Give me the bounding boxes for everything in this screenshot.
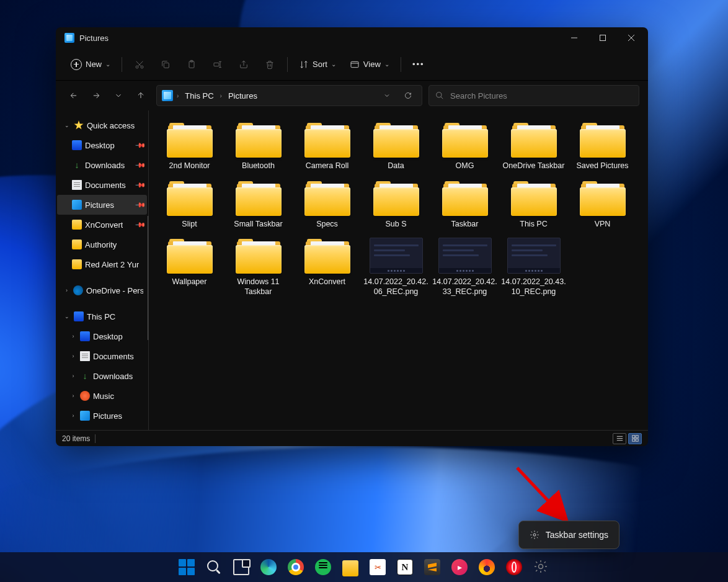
delete-button[interactable] <box>257 53 282 76</box>
task-view-button[interactable] <box>228 554 254 580</box>
folder-item[interactable]: XnConvert <box>293 235 362 300</box>
recent-button[interactable] <box>109 86 128 105</box>
folder-item[interactable]: Sub S <box>362 177 430 233</box>
sidebar-tp-documents[interactable]: › Documents <box>57 346 147 366</box>
sidebar-documents[interactable]: Documents 📌 <box>57 175 147 195</box>
item-label: Slipt <box>182 220 197 230</box>
share-button[interactable] <box>231 53 256 76</box>
address-dropdown-button[interactable] <box>378 87 396 104</box>
sidebar-this-pc[interactable]: ⌄ This PC <box>57 307 147 326</box>
search-input[interactable] <box>450 91 633 101</box>
thumbnails-view-button[interactable] <box>628 433 642 444</box>
address-bar[interactable]: › This PC › Pictures <box>156 85 422 106</box>
sidebar-tp-downloads[interactable]: › Downloads <box>57 366 147 386</box>
folder-item[interactable]: Data <box>362 119 430 175</box>
close-button[interactable] <box>617 27 646 48</box>
folder-icon <box>304 238 350 274</box>
item-count: 20 items <box>62 434 90 443</box>
taskbar-opera[interactable] <box>501 554 527 580</box>
sidebar-redalert[interactable]: Red Alert 2 Yur <box>57 254 147 274</box>
firefox-icon <box>479 559 495 575</box>
spotify-icon <box>315 559 331 575</box>
sidebar-tp-desktop[interactable]: › Desktop <box>57 326 147 346</box>
item-label: VPN <box>595 220 611 230</box>
taskbar-explorer[interactable] <box>337 554 363 580</box>
this-pc-icon <box>74 311 84 321</box>
folder-item[interactable]: Camera Roll <box>293 119 362 175</box>
image-file-item[interactable]: 14.07.2022_20.42.06_REC.png <box>362 235 430 300</box>
sidebar-authority[interactable]: Authority <box>57 235 147 254</box>
sidebar-pictures[interactable]: Pictures 📌 <box>57 195 147 215</box>
taskbar-chrome[interactable] <box>283 554 309 580</box>
breadcrumb-this-pc[interactable]: This PC <box>182 90 216 102</box>
view-button[interactable]: View ⌄ <box>344 53 396 76</box>
folder-icon <box>304 122 350 158</box>
folder-item[interactable]: Windows 11 Taskbar <box>224 235 293 300</box>
image-file-item[interactable]: 14.07.2022_20.42.33_REC.png <box>430 235 499 300</box>
folder-item[interactable]: OMG <box>430 119 499 175</box>
rename-button[interactable] <box>205 53 230 76</box>
more-button[interactable]: ••• <box>406 53 431 76</box>
folder-item[interactable]: Slipt <box>155 177 224 233</box>
taskbar[interactable] <box>0 552 728 582</box>
folder-item[interactable]: Taskbar <box>430 177 499 233</box>
taskbar-settings[interactable] <box>528 554 554 580</box>
folder-item[interactable]: 2nd Monitor <box>155 119 224 175</box>
new-button[interactable]: New ⌄ <box>64 53 117 76</box>
folder-item[interactable]: Small Taskbar <box>224 177 293 233</box>
forward-button[interactable] <box>87 86 105 105</box>
taskbar-spotify[interactable] <box>310 554 336 580</box>
svg-rect-10 <box>636 436 638 438</box>
sidebar-tp-pictures[interactable]: › Pictures <box>57 406 147 426</box>
taskbar-sublime[interactable] <box>419 554 445 580</box>
taskbar-search-button[interactable] <box>201 554 227 580</box>
back-button[interactable] <box>64 86 83 105</box>
cut-button[interactable] <box>127 53 152 76</box>
folder-icon <box>442 122 488 158</box>
titlebar[interactable]: Pictures <box>56 27 648 48</box>
copy-button[interactable] <box>153 53 178 76</box>
search-box[interactable] <box>428 85 639 106</box>
sidebar-desktop[interactable]: Desktop 📌 <box>57 135 147 155</box>
sidebar-tp-music[interactable]: › Music <box>57 386 147 406</box>
taskbar-anydesk[interactable] <box>446 554 473 580</box>
svg-rect-9 <box>632 436 634 438</box>
image-file-item[interactable]: 14.07.2022_20.43.10_REC.png <box>499 235 568 300</box>
details-view-button[interactable] <box>613 433 626 444</box>
up-button[interactable] <box>131 86 150 105</box>
sidebar-quick-access[interactable]: ⌄ Quick access <box>57 115 147 135</box>
maximize-button[interactable] <box>588 27 617 48</box>
window-title: Pictures <box>79 34 109 43</box>
folder-icon <box>442 180 488 216</box>
breadcrumb-pictures[interactable]: Pictures <box>226 90 260 102</box>
folder-item[interactable]: This PC <box>499 177 568 233</box>
sidebar-xnconvert[interactable]: XnConvert 📌 <box>57 215 147 235</box>
taskbar-notion[interactable] <box>392 554 418 580</box>
folder-item[interactable]: Saved Pictures <box>568 119 637 175</box>
sidebar-downloads[interactable]: Downloads 📌 <box>57 155 147 175</box>
chevron-down-icon: ⌄ <box>63 313 71 320</box>
folder-icon <box>373 122 419 158</box>
taskbar-settings-item[interactable]: Taskbar settings <box>522 524 616 545</box>
folder-item[interactable]: Bluetooth <box>224 119 293 175</box>
items-view[interactable]: 2nd MonitorBluetoothCamera RollDataOMGOn… <box>149 110 648 430</box>
paste-button[interactable] <box>179 53 204 76</box>
plus-circle-icon <box>71 59 82 70</box>
chevron-down-icon: ⌄ <box>384 61 389 68</box>
refresh-button[interactable] <box>399 87 417 104</box>
folder-item[interactable]: OneDrive Taskbar <box>499 119 568 175</box>
minimize-button[interactable] <box>560 27 588 48</box>
pictures-icon <box>162 90 173 101</box>
taskbar-edge[interactable] <box>255 554 282 580</box>
desktop-icon <box>80 331 90 341</box>
folder-item[interactable]: VPN <box>568 177 637 233</box>
item-label: XnConvert <box>309 277 345 287</box>
folder-item[interactable]: Wallpaper <box>155 235 224 300</box>
start-button[interactable] <box>174 554 200 580</box>
sidebar-onedrive[interactable]: › OneDrive - Perso <box>57 280 147 300</box>
item-label: Camera Roll <box>306 161 348 171</box>
folder-item[interactable]: Specs <box>293 177 362 233</box>
taskbar-snip[interactable] <box>365 554 391 580</box>
sort-button[interactable]: Sort ⌄ <box>293 53 342 76</box>
taskbar-firefox[interactable] <box>474 554 500 580</box>
